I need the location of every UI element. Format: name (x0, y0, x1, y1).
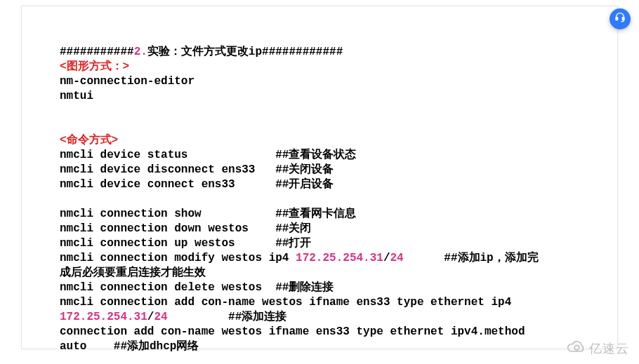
header-hash-prefix: ########### (60, 46, 134, 58)
cmd-device-status: nmcli device status (60, 149, 275, 161)
cmd-conn-add1-mask: 24 (154, 311, 167, 323)
cmd-conn-delete: nmcli connection delete westos (60, 281, 275, 294)
cmd-device-disconnect-comment: ##关闭设备 (275, 163, 334, 176)
gui-section-label: <图形方式：> (60, 60, 129, 73)
cmd-conn-add1-a: nmcli connection add con-name westos ifn… (60, 296, 518, 309)
cmd-device-connect: nmcli device connect ens33 (60, 178, 275, 191)
gui-line-2: nmtui (60, 90, 93, 102)
cloud-icon (565, 339, 586, 358)
cmd-conn-add1-comment: ##添加连接 (228, 311, 286, 323)
cmd-conn-modify-spacer (404, 252, 444, 264)
cmd-conn-add1-spacer (168, 311, 228, 323)
cmd-conn-show-comment: ##查看网卡信息 (275, 208, 356, 220)
document-page: ###########2.实验：文件方式更改ip############ <图形… (21, 6, 618, 349)
cmd-conn-down: nmcli connection down westos (60, 222, 275, 235)
header-hash-suffix: ############ (262, 46, 343, 58)
cmd-conn-modify-mask: 24 (390, 252, 404, 264)
cmd-device-status-comment: ##查看设备状态 (275, 149, 356, 161)
header-title: 实验：文件方式更改ip (147, 46, 262, 58)
cmd-conn-modify-comment-wrap: 成后必须要重启连接才能生效 (60, 267, 206, 279)
cmd-section-label: <命令方式> (60, 134, 118, 147)
cmd-conn-modify-comment-inline: ##添加ip，添加完 (444, 252, 538, 264)
cmd-conn-modify-ip: 172.25.254.31 (296, 252, 383, 264)
cmd-conn-up-comment: ##打开 (275, 237, 311, 250)
document-content: ###########2.实验：文件方式更改ip############ <图形… (22, 6, 617, 364)
cmd-conn-add2-wrap: auto (60, 340, 114, 353)
cmd-conn-modify-a: nmcli connection modify westos ip4 (60, 252, 296, 264)
cmd-conn-down-comment: ##关闭 (275, 222, 311, 235)
cmd-conn-add2-comment: ##添加dhcp网络 (114, 340, 199, 353)
svg-rect-1 (622, 17, 624, 20)
watermark-text: 亿速云 (589, 342, 629, 356)
headset-icon (614, 11, 626, 27)
cmd-conn-add1-ip: 172.25.254.31 (60, 311, 147, 323)
cmd-device-connect-comment: ##开启设备 (275, 178, 334, 191)
watermark: 亿速云 (565, 339, 629, 358)
action-button[interactable] (610, 8, 631, 29)
svg-rect-0 (616, 17, 618, 20)
gui-line-1: nm-connection-editor (60, 75, 195, 88)
cmd-conn-show: nmcli connection show (60, 208, 275, 220)
svg-point-2 (574, 345, 579, 350)
cmd-conn-up: nmcli connection up westos (60, 237, 275, 250)
cmd-conn-modify-slash: / (383, 252, 390, 264)
cmd-conn-delete-comment: ##删除连接 (275, 281, 334, 294)
cmd-device-disconnect: nmcli device disconnect ens33 (60, 163, 275, 176)
cmd-conn-add1-slash: / (147, 311, 154, 323)
header-number: 2. (134, 46, 147, 58)
cmd-conn-add2: connection add con-name westos ifname en… (60, 325, 532, 338)
